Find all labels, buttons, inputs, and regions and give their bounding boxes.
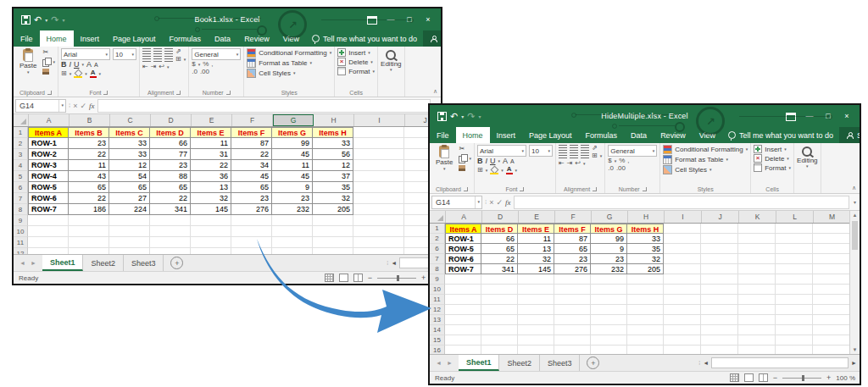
merge-center-button[interactable]: ⊞: [592, 152, 598, 159]
insert-function-icon[interactable]: fx: [505, 198, 511, 207]
cell[interactable]: Items A: [28, 127, 69, 138]
sheet-tab-sheet1[interactable]: Sheet1: [459, 355, 500, 371]
underline-button[interactable]: U: [490, 158, 496, 165]
cell[interactable]: 341: [150, 204, 191, 215]
sheet-nav-left-icon[interactable]: ◄: [436, 360, 442, 366]
cell[interactable]: [738, 274, 776, 285]
cell[interactable]: [353, 248, 404, 254]
cell[interactable]: [353, 182, 404, 193]
cell[interactable]: 35: [313, 182, 353, 193]
align-top-icon[interactable]: [559, 145, 567, 152]
cell[interactable]: [591, 315, 627, 325]
align-middle-icon[interactable]: [570, 145, 578, 152]
format-as-table-button[interactable]: Format as Table: [675, 156, 723, 163]
cell[interactable]: [776, 335, 813, 346]
cell[interactable]: 11: [272, 160, 313, 171]
cell[interactable]: [445, 346, 481, 354]
cell[interactable]: 22: [231, 149, 272, 160]
cell[interactable]: [191, 237, 231, 248]
row-header-6[interactable]: 6: [430, 244, 445, 254]
expand-formula-bar-icon[interactable]: ▾: [852, 199, 858, 205]
cell[interactable]: [627, 325, 664, 335]
cell[interactable]: [353, 149, 404, 160]
cell[interactable]: 13: [518, 244, 554, 254]
column-header-A[interactable]: A: [446, 211, 482, 223]
cell[interactable]: [518, 335, 554, 346]
cell[interactable]: [738, 264, 776, 274]
dialog-launcher-icon[interactable]: [47, 91, 52, 95]
cell[interactable]: [813, 335, 850, 346]
cell[interactable]: [353, 127, 404, 138]
row-header-10[interactable]: 10: [430, 285, 445, 295]
new-sheet-button[interactable]: +: [587, 357, 599, 369]
cell[interactable]: 45: [231, 171, 272, 182]
dialog-launcher-icon[interactable]: [520, 187, 524, 191]
cell[interactable]: [664, 224, 701, 234]
underline-button[interactable]: U: [74, 61, 80, 69]
cell[interactable]: ROW-6: [445, 254, 481, 264]
cell[interactable]: [776, 254, 813, 264]
row-header-13[interactable]: 13: [430, 315, 445, 325]
decrease-indent-button[interactable]: ⇤: [559, 160, 565, 167]
cell[interactable]: [701, 335, 738, 346]
share-button[interactable]: Share: [839, 127, 861, 143]
cell[interactable]: 87: [231, 138, 272, 149]
cell[interactable]: 32: [518, 254, 554, 264]
cell[interactable]: [813, 244, 850, 254]
align-bottom-icon[interactable]: [581, 145, 589, 152]
font-name-combo[interactable]: Arial▾: [477, 145, 526, 157]
cell[interactable]: [591, 295, 627, 305]
cell[interactable]: [69, 248, 109, 254]
cell[interactable]: [28, 215, 69, 226]
cell[interactable]: Items B: [69, 127, 109, 138]
decrease-decimal-button[interactable]: .00: [616, 165, 626, 172]
vertical-scrollbar[interactable]: ▲ ▼: [849, 211, 860, 354]
cell[interactable]: [701, 325, 738, 335]
bold-button[interactable]: B: [61, 61, 67, 69]
cell[interactable]: [664, 234, 701, 244]
sheet-nav-left-icon[interactable]: ◄: [19, 260, 25, 266]
merge-center-button[interactable]: ⊞: [175, 56, 181, 63]
undo-button[interactable]: ↶: [450, 112, 458, 120]
sheet-tab-sheet3[interactable]: Sheet3: [540, 355, 581, 371]
cell[interactable]: 65: [481, 244, 518, 254]
cell[interactable]: 45: [272, 149, 313, 160]
column-header-A[interactable]: A: [29, 114, 70, 126]
ribbon-tab-data[interactable]: Data: [624, 127, 654, 143]
cell[interactable]: Items D: [481, 224, 518, 234]
cell[interactable]: [738, 244, 776, 254]
cell[interactable]: [353, 193, 404, 204]
cell[interactable]: [150, 226, 191, 237]
row-header-15[interactable]: 15: [430, 335, 445, 346]
cell[interactable]: [481, 315, 518, 325]
cell[interactable]: [591, 274, 627, 285]
cell[interactable]: [738, 295, 776, 305]
align-center-icon[interactable]: [570, 152, 578, 159]
cell[interactable]: [738, 346, 776, 354]
cell[interactable]: [231, 248, 272, 254]
cell[interactable]: [664, 295, 701, 305]
cell[interactable]: 186: [69, 204, 109, 215]
cell[interactable]: 27: [109, 193, 150, 204]
page-layout-view-icon[interactable]: [744, 373, 754, 382]
column-header-K[interactable]: K: [739, 211, 776, 223]
cell[interactable]: [813, 254, 850, 264]
orientation-button[interactable]: ⇗: [592, 145, 598, 152]
enter-entry-icon[interactable]: ✓: [497, 198, 504, 207]
cell[interactable]: 224: [109, 204, 150, 215]
cell[interactable]: 35: [627, 244, 664, 254]
cell[interactable]: 9: [591, 244, 627, 254]
zoom-slider[interactable]: [782, 378, 821, 379]
increase-decimal-button[interactable]: .0: [192, 69, 198, 75]
close-button[interactable]: ×: [837, 106, 856, 126]
cell[interactable]: [518, 295, 554, 305]
undo-dropdown-icon[interactable]: ▾: [45, 17, 47, 23]
cell[interactable]: 205: [627, 264, 664, 274]
cell[interactable]: [191, 226, 231, 237]
cell[interactable]: 99: [591, 234, 627, 244]
find-select-icon[interactable]: [802, 147, 812, 157]
cell[interactable]: [701, 264, 738, 274]
cell[interactable]: [272, 248, 313, 254]
cell[interactable]: [353, 160, 404, 171]
cell[interactable]: [481, 274, 518, 285]
